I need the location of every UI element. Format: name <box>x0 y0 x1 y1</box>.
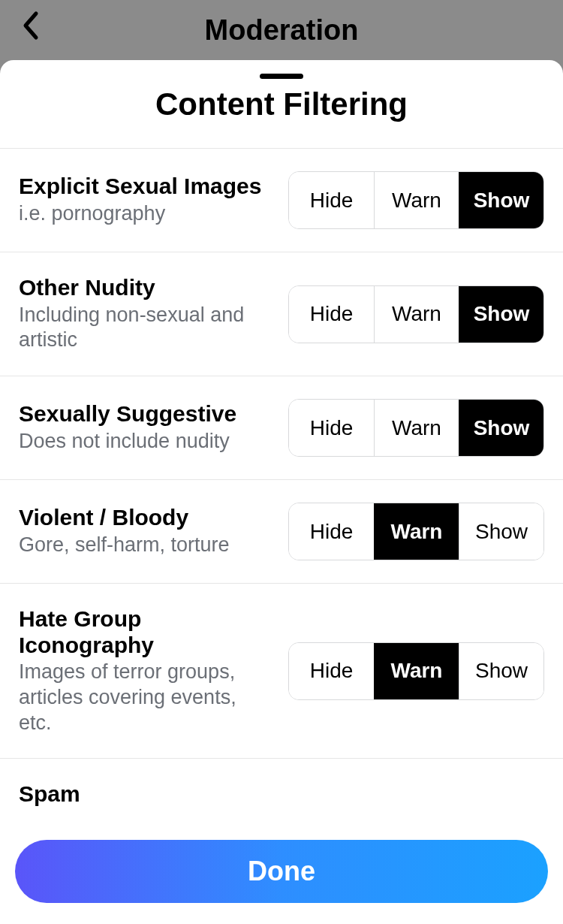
segment-warn[interactable]: Warn <box>374 172 459 228</box>
filter-text: Explicit Sexual Images i.e. pornography <box>19 174 273 226</box>
done-button[interactable]: Done <box>15 840 548 903</box>
back-button[interactable] <box>21 11 41 44</box>
filter-row-hate-group: Hate Group Iconography Images of terror … <box>0 584 563 759</box>
filter-row-sexually-suggestive: Sexually Suggestive Does not include nud… <box>0 376 563 480</box>
filter-segmented-control: Hide Warn Show <box>288 642 544 700</box>
segment-show[interactable]: Show <box>459 643 543 699</box>
sheet-footer: Done <box>0 829 563 924</box>
filter-title: Explicit Sexual Images <box>19 174 273 200</box>
segment-show[interactable]: Show <box>459 286 543 343</box>
filter-title: Spam <box>19 781 544 807</box>
segment-hide[interactable]: Hide <box>289 400 374 456</box>
filter-text: Hate Group Iconography Images of terror … <box>19 606 273 735</box>
content-filtering-sheet: Content Filtering Explicit Sexual Images… <box>0 60 563 924</box>
segment-warn[interactable]: Warn <box>374 643 459 699</box>
segment-warn[interactable]: Warn <box>374 400 459 456</box>
segment-warn[interactable]: Warn <box>374 503 459 560</box>
segment-hide[interactable]: Hide <box>289 286 374 343</box>
page-title: Moderation <box>205 14 359 47</box>
filter-text: Other Nudity Including non-sexual and ar… <box>19 275 273 353</box>
back-chevron-icon <box>21 11 41 41</box>
filter-desc: Gore, self-harm, torture <box>19 533 273 558</box>
filters-list: Explicit Sexual Images i.e. pornography … <box>0 148 563 829</box>
filter-desc: Including non-sexual and artistic <box>19 303 273 354</box>
sheet-grabber[interactable] <box>260 74 303 79</box>
filter-text: Sexually Suggestive Does not include nud… <box>19 401 273 454</box>
filter-desc: i.e. pornography <box>19 201 273 227</box>
filter-segmented-control: Hide Warn Show <box>288 285 544 343</box>
filter-row-partial: Spam <box>0 759 563 807</box>
filter-title: Sexually Suggestive <box>19 401 273 427</box>
filter-title: Violent / Bloody <box>19 505 273 531</box>
filter-text: Violent / Bloody Gore, self-harm, tortur… <box>19 505 273 557</box>
segment-show[interactable]: Show <box>459 400 543 456</box>
segment-show[interactable]: Show <box>459 503 543 560</box>
page-header: Moderation <box>0 0 563 60</box>
filter-title: Other Nudity <box>19 275 273 301</box>
filter-title: Hate Group Iconography <box>19 606 273 658</box>
sheet-title: Content Filtering <box>0 86 563 122</box>
segment-hide[interactable]: Hide <box>289 172 374 228</box>
filter-desc: Images of terror groups, articles coveri… <box>19 660 273 735</box>
filter-segmented-control: Hide Warn Show <box>288 399 544 457</box>
segment-show[interactable]: Show <box>459 172 543 228</box>
segment-hide[interactable]: Hide <box>289 643 374 699</box>
filter-desc: Does not include nudity <box>19 429 273 454</box>
segment-hide[interactable]: Hide <box>289 503 374 560</box>
filter-row-explicit-sexual: Explicit Sexual Images i.e. pornography … <box>0 149 563 252</box>
filter-row-other-nudity: Other Nudity Including non-sexual and ar… <box>0 252 563 376</box>
filter-segmented-control: Hide Warn Show <box>288 503 544 560</box>
segment-warn[interactable]: Warn <box>374 286 459 343</box>
filter-segmented-control: Hide Warn Show <box>288 171 544 229</box>
filter-row-violent-bloody: Violent / Bloody Gore, self-harm, tortur… <box>0 480 563 584</box>
